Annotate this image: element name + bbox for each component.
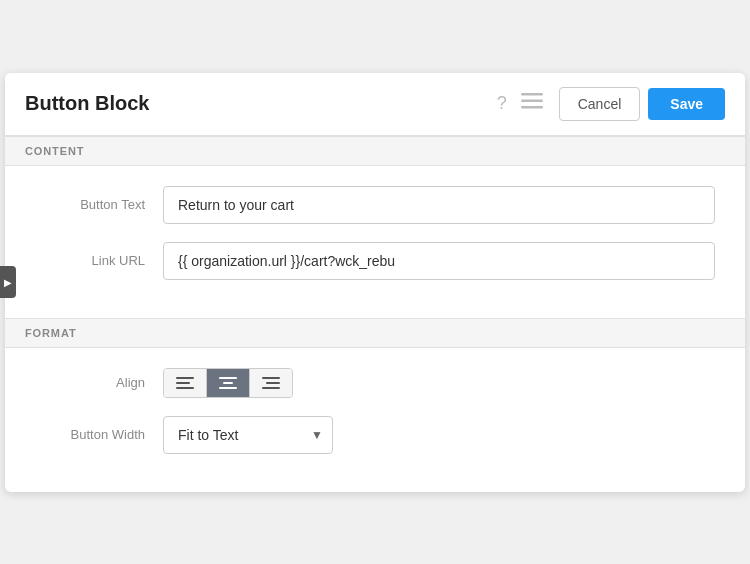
- button-width-select[interactable]: Fit to Text Full Width Fixed Width: [163, 416, 333, 454]
- svg-rect-2: [521, 106, 543, 109]
- header-icons: ?: [497, 93, 543, 114]
- menu-icon: [521, 93, 543, 114]
- side-tab-arrow-icon: ▶: [4, 277, 12, 288]
- link-url-row: Link URL: [35, 242, 715, 280]
- panel-title: Button Block: [25, 92, 497, 115]
- cancel-button[interactable]: Cancel: [559, 87, 641, 121]
- button-width-row: Button Width Fit to Text Full Width Fixe…: [35, 416, 715, 454]
- content-section-header: CONTENT: [5, 136, 745, 166]
- svg-rect-0: [521, 93, 543, 96]
- help-icon: ?: [497, 93, 507, 114]
- align-label: Align: [35, 375, 145, 390]
- align-right-button[interactable]: [250, 369, 292, 397]
- button-width-label: Button Width: [35, 427, 145, 442]
- menu-icon-button[interactable]: [521, 93, 543, 114]
- align-left-button[interactable]: [164, 369, 207, 397]
- format-form: Align: [5, 348, 745, 492]
- align-row: Align: [35, 368, 715, 398]
- align-right-icon: [262, 377, 280, 389]
- link-url-label: Link URL: [35, 253, 145, 268]
- help-icon-button[interactable]: ?: [497, 93, 507, 114]
- format-section-header: FORMAT: [5, 318, 745, 348]
- svg-rect-1: [521, 100, 543, 103]
- button-text-label: Button Text: [35, 197, 145, 212]
- button-text-row: Button Text: [35, 186, 715, 224]
- panel-header: Button Block ? Cancel Save: [5, 73, 745, 136]
- button-block-panel: Button Block ? Cancel Save CONTENT Butto…: [5, 73, 745, 492]
- button-width-select-wrapper: Fit to Text Full Width Fixed Width ▼: [163, 416, 333, 454]
- align-center-icon: [219, 377, 237, 389]
- align-group: [163, 368, 293, 398]
- content-form: Button Text Link URL: [5, 166, 745, 318]
- link-url-input[interactable]: [163, 242, 715, 280]
- button-text-input[interactable]: [163, 186, 715, 224]
- save-button[interactable]: Save: [648, 88, 725, 120]
- align-left-icon: [176, 377, 194, 389]
- align-center-button[interactable]: [207, 369, 250, 397]
- side-tab[interactable]: ▶: [0, 266, 16, 298]
